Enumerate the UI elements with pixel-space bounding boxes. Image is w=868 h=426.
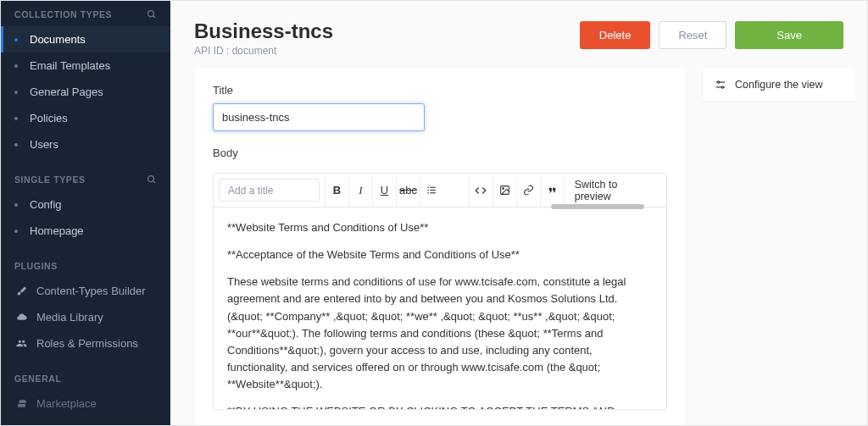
sidebar-item-users[interactable]: Users bbox=[1, 131, 170, 158]
sidebar-item-label: Users bbox=[30, 138, 58, 151]
bold-button[interactable]: B bbox=[325, 174, 348, 207]
sidebar-item-label: Policies bbox=[30, 112, 68, 124]
sidebar-section-label: PLUGINS bbox=[14, 261, 58, 271]
body-paragraph: **BY USING THE WEBSITE OR BY CLICKING TO… bbox=[227, 403, 653, 409]
image-button[interactable] bbox=[492, 174, 516, 207]
sidebar-item-documents[interactable]: Documents bbox=[1, 26, 170, 53]
svg-point-2 bbox=[148, 176, 154, 182]
bullet-icon bbox=[14, 64, 18, 68]
rich-text-editor: Add a title B I U abc bbox=[213, 173, 667, 410]
svg-point-13 bbox=[718, 81, 720, 83]
page-title: Business-tncs bbox=[194, 19, 333, 43]
page-header: Business-tncs API ID : document Delete R… bbox=[170, 1, 867, 69]
sidebar-item-marketplace[interactable]: Marketplace bbox=[1, 390, 170, 417]
app-root: COLLECTION TYPES Documents Email Templat… bbox=[0, 0, 868, 426]
title-input[interactable] bbox=[213, 103, 425, 131]
svg-rect-5 bbox=[430, 187, 435, 188]
sidebar-section-label: GENERAL bbox=[14, 373, 62, 384]
list-button[interactable] bbox=[420, 174, 443, 207]
bullet-icon bbox=[14, 117, 18, 120]
bullet-icon bbox=[14, 203, 18, 207]
svg-rect-9 bbox=[430, 192, 435, 193]
sidebar-section-general: GENERAL bbox=[1, 365, 170, 390]
svg-rect-7 bbox=[430, 190, 435, 191]
svg-line-1 bbox=[153, 16, 156, 19]
reset-button[interactable]: Reset bbox=[659, 21, 726, 49]
header-actions: Delete Reset Save bbox=[580, 21, 843, 49]
body-paragraph: These website terms and conditions of us… bbox=[227, 274, 653, 393]
editor-title-input[interactable]: Add a title bbox=[219, 179, 320, 202]
sidebar-item-label: Content-Types Builder bbox=[36, 285, 146, 297]
svg-line-3 bbox=[153, 181, 156, 184]
sidebar-item-label: Homepage bbox=[30, 224, 84, 237]
editor-toolbar: Add a title B I U abc bbox=[214, 174, 666, 207]
insert-group bbox=[469, 174, 564, 207]
body-field-label: Body bbox=[213, 147, 667, 159]
store-icon bbox=[14, 398, 28, 409]
drag-handle-icon[interactable] bbox=[551, 204, 644, 209]
svg-point-11 bbox=[503, 188, 504, 190]
sliders-icon bbox=[715, 79, 726, 91]
svg-point-0 bbox=[148, 11, 154, 17]
content-row: Title Body Add a title B I U abc bbox=[170, 69, 867, 425]
page-subtitle: API ID : document bbox=[194, 45, 333, 57]
sidebar-item-config[interactable]: Config bbox=[1, 191, 170, 218]
paint-brush-icon bbox=[14, 285, 28, 296]
configure-view-button[interactable]: Configure the view bbox=[703, 69, 855, 101]
code-button[interactable] bbox=[469, 174, 492, 207]
quote-button[interactable] bbox=[540, 174, 564, 207]
sidebar-section-plugins: PLUGINS bbox=[1, 252, 170, 278]
delete-button[interactable]: Delete bbox=[580, 21, 651, 49]
sidebar-item-homepage[interactable]: Homepage bbox=[1, 218, 170, 244]
sidebar-item-email-templates[interactable]: Email Templates bbox=[1, 53, 170, 79]
strikethrough-button[interactable]: abc bbox=[396, 174, 420, 207]
svg-point-15 bbox=[721, 86, 723, 88]
body-field: Body Add a title B I U abc bbox=[213, 147, 667, 410]
sidebar-section-single-types: SINGLE TYPES bbox=[1, 166, 170, 191]
users-icon bbox=[14, 338, 28, 349]
sidebar-item-label: Documents bbox=[30, 33, 86, 46]
bullet-icon bbox=[14, 143, 18, 147]
svg-point-6 bbox=[427, 190, 429, 191]
save-button[interactable]: Save bbox=[735, 21, 843, 49]
italic-button[interactable]: I bbox=[348, 174, 372, 207]
sidebar-section-label: SINGLE TYPES bbox=[14, 174, 86, 185]
sidebar-item-label: Config bbox=[30, 198, 62, 211]
svg-point-4 bbox=[427, 186, 429, 188]
search-icon[interactable] bbox=[147, 174, 157, 185]
header-left: Business-tncs API ID : document bbox=[194, 19, 333, 57]
link-button[interactable] bbox=[516, 174, 540, 207]
cloud-icon bbox=[14, 312, 28, 323]
bullet-icon bbox=[14, 230, 18, 233]
main-panel: Business-tncs API ID : document Delete R… bbox=[170, 1, 867, 425]
sidebar-item-label: Marketplace bbox=[36, 397, 97, 410]
sidebar-item-label: Email Templates bbox=[30, 59, 110, 72]
underline-button[interactable]: U bbox=[372, 174, 396, 207]
title-field-label: Title bbox=[213, 84, 667, 97]
sidebar-item-content-types-builder[interactable]: Content-Types Builder bbox=[1, 278, 170, 304]
sidebar-item-label: Roles & Permissions bbox=[36, 337, 138, 350]
body-paragraph: **Acceptance of the Website Terms and Co… bbox=[227, 246, 653, 263]
form-card: Title Body Add a title B I U abc bbox=[194, 69, 686, 425]
sidebar-item-general-pages[interactable]: General Pages bbox=[1, 79, 170, 105]
sidebar: COLLECTION TYPES Documents Email Templat… bbox=[1, 1, 170, 425]
sidebar-item-media-library[interactable]: Media Library bbox=[1, 304, 170, 330]
sidebar-item-roles-permissions[interactable]: Roles & Permissions bbox=[1, 330, 170, 357]
bullet-icon bbox=[14, 38, 18, 41]
svg-point-8 bbox=[427, 192, 429, 194]
bullet-icon bbox=[14, 91, 18, 94]
sidebar-item-label: Media Library bbox=[36, 311, 103, 324]
format-group: B I U abc bbox=[325, 174, 443, 207]
editor-body[interactable]: **Website Terms and Conditions of Use** … bbox=[214, 207, 666, 409]
body-paragraph: **Website Terms and Conditions of Use** bbox=[227, 219, 653, 236]
sidebar-section-collection-types: COLLECTION TYPES bbox=[1, 1, 170, 26]
sidebar-item-label: General Pages bbox=[30, 86, 103, 98]
switch-to-preview-button[interactable]: Switch to preview bbox=[564, 174, 666, 207]
configure-view-label: Configure the view bbox=[735, 79, 823, 91]
search-icon[interactable] bbox=[147, 9, 157, 19]
sidebar-section-label: COLLECTION TYPES bbox=[14, 9, 112, 19]
sidebar-item-policies[interactable]: Policies bbox=[1, 105, 170, 131]
